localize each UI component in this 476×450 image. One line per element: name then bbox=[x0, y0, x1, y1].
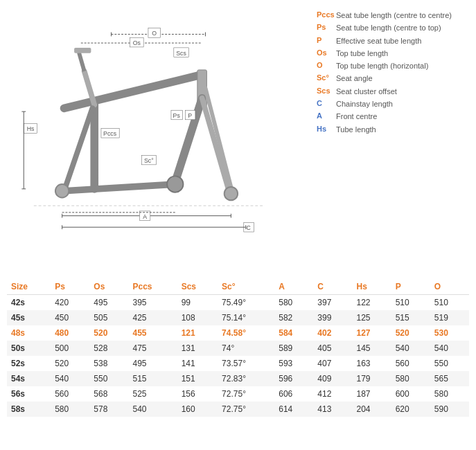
table-cell-r4-c2: 538 bbox=[89, 356, 128, 371]
table-cell-r3-c7: 405 bbox=[313, 341, 352, 356]
svg-text:Sc°: Sc° bbox=[144, 157, 154, 164]
table-cell-r2-c0: 48s bbox=[7, 325, 51, 341]
bike-diagram-svg: O Scs Os Pccs Ps P bbox=[7, 7, 310, 270]
main-container: O Scs Os Pccs Ps P bbox=[0, 0, 476, 424]
table-cell-r2-c3: 455 bbox=[128, 325, 177, 341]
table-cell-r1-c2: 505 bbox=[89, 310, 128, 325]
table-row: 54s54055051515172.83°596409179580565 bbox=[7, 371, 469, 386]
table-cell-r5-c5: 72.83° bbox=[218, 371, 274, 386]
table-cell-r1-c7: 399 bbox=[313, 310, 352, 325]
svg-text:O: O bbox=[152, 30, 157, 37]
legend: PccsSeat tube length (centre to centre)P… bbox=[310, 7, 469, 272]
legend-value-8: Front centre bbox=[336, 111, 377, 121]
table-cell-r3-c5: 74° bbox=[218, 341, 274, 356]
table-cell-r4-c3: 495 bbox=[128, 356, 177, 371]
table-cell-r0-c2: 495 bbox=[89, 295, 128, 311]
table-cell-r2-c10: 530 bbox=[430, 325, 469, 341]
table-cell-r7-c10: 590 bbox=[430, 402, 469, 417]
table-cell-r2-c2: 520 bbox=[89, 325, 128, 341]
table-cell-r0-c5: 75.49° bbox=[218, 295, 274, 311]
table-cell-r3-c6: 589 bbox=[274, 341, 313, 356]
table-cell-r4-c0: 52s bbox=[7, 356, 51, 371]
table-row: 52s52053849514173.57°593407163560550 bbox=[7, 356, 469, 371]
table-cell-r0-c6: 580 bbox=[274, 295, 313, 311]
table-cell-r1-c10: 519 bbox=[430, 310, 469, 325]
table-cell-r5-c7: 409 bbox=[313, 371, 352, 386]
legend-value-2: Effective seat tube length bbox=[336, 36, 421, 46]
legend-item-0: PccsSeat tube length (centre to centre) bbox=[317, 10, 469, 20]
table-cell-r5-c4: 151 bbox=[177, 371, 218, 386]
table-cell-r1-c1: 450 bbox=[51, 310, 89, 325]
table-cell-r5-c9: 580 bbox=[391, 371, 430, 386]
table-cell-r6-c4: 156 bbox=[177, 386, 218, 402]
table-cell-r6-c0: 56s bbox=[7, 386, 51, 402]
table-cell-r7-c3: 540 bbox=[128, 402, 177, 417]
legend-item-5: Sc°Seat angle bbox=[317, 73, 469, 83]
table-cell-r0-c9: 510 bbox=[391, 295, 430, 311]
table-row: 45s45050542510875.14°582399125515519 bbox=[7, 310, 469, 325]
svg-text:Ps: Ps bbox=[173, 112, 181, 119]
col-header-scs: Scs bbox=[177, 279, 218, 295]
size-table: SizePsOsPccsScsSc°ACHsPO 42s420495395997… bbox=[7, 279, 469, 417]
table-section: SizePsOsPccsScsSc°ACHsPO 42s420495395997… bbox=[7, 279, 469, 417]
table-row: 50s50052847513174°589405145540540 bbox=[7, 341, 469, 356]
table-cell-r7-c5: 72.75° bbox=[218, 402, 274, 417]
table-cell-r6-c7: 412 bbox=[313, 386, 352, 402]
table-cell-r7-c7: 413 bbox=[313, 402, 352, 417]
table-cell-r1-c4: 108 bbox=[177, 310, 218, 325]
table-cell-r6-c5: 72.75° bbox=[218, 386, 274, 402]
col-header-sc°: Sc° bbox=[218, 279, 274, 295]
table-cell-r6-c10: 580 bbox=[430, 386, 469, 402]
table-cell-r3-c0: 50s bbox=[7, 341, 51, 356]
table-cell-r4-c8: 163 bbox=[353, 356, 391, 371]
table-cell-r1-c0: 45s bbox=[7, 310, 51, 325]
table-cell-r7-c1: 580 bbox=[51, 402, 89, 417]
svg-point-9 bbox=[55, 184, 69, 197]
table-cell-r7-c4: 160 bbox=[177, 402, 218, 417]
table-cell-r0-c3: 395 bbox=[128, 295, 177, 311]
table-cell-r0-c8: 122 bbox=[353, 295, 391, 311]
legend-key-0: Pccs bbox=[317, 10, 336, 19]
table-cell-r4-c10: 550 bbox=[430, 356, 469, 371]
col-header-ps: Ps bbox=[51, 279, 89, 295]
legend-value-0: Seat tube length (centre to centre) bbox=[336, 10, 452, 20]
table-cell-r2-c4: 121 bbox=[177, 325, 218, 341]
col-header-size: Size bbox=[7, 279, 51, 295]
table-cell-r2-c5: 74.58° bbox=[218, 325, 274, 341]
table-cell-r2-c9: 520 bbox=[391, 325, 430, 341]
table-row: 58s58057854016072.75°614413204620590 bbox=[7, 402, 469, 417]
legend-item-4: OTop tube length (horizontal) bbox=[317, 61, 469, 71]
legend-key-5: Sc° bbox=[317, 73, 336, 82]
legend-value-1: Seat tube length (centre to top) bbox=[336, 23, 441, 33]
table-cell-r7-c6: 614 bbox=[274, 402, 313, 417]
col-header-hs: Hs bbox=[353, 279, 391, 295]
table-cell-r2-c1: 480 bbox=[51, 325, 89, 341]
table-cell-r4-c9: 560 bbox=[391, 356, 430, 371]
table-cell-r4-c4: 141 bbox=[177, 356, 218, 371]
table-cell-r1-c9: 515 bbox=[391, 310, 430, 325]
legend-key-2: P bbox=[317, 36, 336, 44]
table-cell-r3-c8: 145 bbox=[353, 341, 391, 356]
table-cell-r3-c3: 475 bbox=[128, 341, 177, 356]
legend-item-6: ScsSeat cluster offset bbox=[317, 87, 469, 96]
table-cell-r4-c7: 407 bbox=[313, 356, 352, 371]
svg-text:Pccs: Pccs bbox=[103, 130, 117, 137]
col-header-p: P bbox=[391, 279, 430, 295]
svg-text:C: C bbox=[246, 224, 250, 231]
table-cell-r5-c6: 596 bbox=[274, 371, 313, 386]
col-header-os: Os bbox=[89, 279, 128, 295]
table-cell-r2-c7: 402 bbox=[313, 325, 352, 341]
table-cell-r0-c7: 397 bbox=[313, 295, 352, 311]
table-cell-r0-c0: 42s bbox=[7, 295, 51, 311]
legend-item-1: PsSeat tube length (centre to top) bbox=[317, 23, 469, 33]
svg-text:Scs: Scs bbox=[176, 50, 186, 57]
table-cell-r5-c0: 54s bbox=[7, 371, 51, 386]
legend-key-6: Scs bbox=[317, 87, 336, 95]
table-cell-r0-c4: 99 bbox=[177, 295, 218, 311]
table-cell-r6-c9: 600 bbox=[391, 386, 430, 402]
table-cell-r5-c1: 540 bbox=[51, 371, 89, 386]
svg-point-8 bbox=[167, 176, 183, 192]
table-cell-r6-c6: 606 bbox=[274, 386, 313, 402]
svg-text:Hs: Hs bbox=[27, 125, 35, 132]
legend-item-3: OsTop tube length bbox=[317, 48, 469, 58]
